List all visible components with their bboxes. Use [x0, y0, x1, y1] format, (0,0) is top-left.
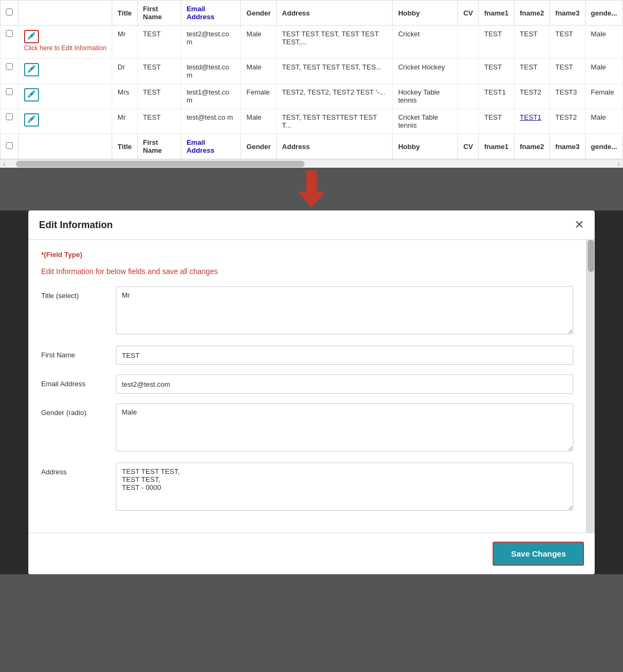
- table-cell: TEST: [550, 59, 586, 84]
- table-cell: TEST3: [550, 84, 586, 109]
- table-cell: TEST: [137, 59, 181, 84]
- firstname-field[interactable]: [116, 346, 573, 365]
- table-cell: Male: [241, 59, 277, 84]
- edit-information-modal: Edit Information ✕ *(Field Type) Edit In…: [28, 210, 595, 574]
- cell-link[interactable]: TEST1: [520, 113, 541, 121]
- table-header-row: Title First Name EmailAddress Gender Add…: [1, 1, 623, 26]
- footer-hobby: Hobby: [393, 134, 458, 159]
- table-cell: TEST, TEST TESTTEST TEST T...: [276, 109, 392, 134]
- modal-footer: Save Changes: [28, 533, 595, 574]
- edit-row-button[interactable]: [24, 113, 39, 127]
- form-row-address-field: AddressTEST TEST TEST, TEST TEST, TEST -…: [41, 463, 573, 512]
- footer-fname3: fname3: [550, 134, 586, 159]
- footer-email: EmailAddress: [181, 134, 241, 159]
- horizontal-scrollbar[interactable]: ‹ ›: [0, 159, 623, 168]
- table-cell: Cricket Table tennis: [393, 109, 458, 134]
- table-cell: test2@test.co m: [181, 26, 241, 59]
- table-cell: Mr: [112, 26, 138, 59]
- table-cell: testd@test.co m: [181, 59, 241, 84]
- form-label-title-field: Title (select): [41, 286, 116, 300]
- table-cell: TEST: [137, 109, 181, 134]
- table-cell: TEST: [479, 59, 515, 84]
- header-edit-col: [19, 1, 112, 26]
- footer-fname2: fname2: [514, 134, 550, 159]
- scroll-right-arrow[interactable]: ›: [614, 160, 623, 168]
- select-all-checkbox[interactable]: [6, 9, 13, 15]
- row-checkbox[interactable]: [6, 113, 13, 120]
- table-cell: Male: [241, 109, 277, 134]
- footer-firstname: First Name: [137, 134, 181, 159]
- header-title: Title: [112, 1, 138, 26]
- header-fname2: fname2: [514, 1, 550, 26]
- table-cell: Male: [585, 59, 622, 84]
- down-arrow-icon: [295, 170, 328, 208]
- table-footer-row: Title First Name EmailAddress Gender Add…: [1, 134, 623, 159]
- modal-main-content: *(Field Type) Edit Information for below…: [28, 240, 586, 533]
- scrollbar-thumb[interactable]: [16, 161, 305, 167]
- table-cell: TEST, TEST TEST TEST, TES...: [276, 59, 392, 84]
- title-field[interactable]: Mr: [116, 286, 573, 334]
- table-cell: Mrs: [112, 84, 138, 109]
- address-field[interactable]: TEST TEST TEST, TEST TEST, TEST - 0000: [116, 463, 573, 511]
- footer-title: Title: [112, 134, 138, 159]
- row-checkbox[interactable]: [6, 88, 13, 95]
- edit-row-button[interactable]: [24, 88, 39, 101]
- footer-gender: Gender: [241, 134, 277, 159]
- table-cell: Female: [241, 84, 277, 109]
- modal-title: Edit Information: [39, 220, 113, 231]
- form-label-address-field: Address: [41, 463, 116, 476]
- table-cell: TEST2, TEST2, TEST2 TEST '-...: [276, 84, 392, 109]
- form-label-gender-field: Gender (radio): [41, 403, 116, 417]
- row-checkbox[interactable]: [6, 30, 13, 37]
- table-cell: TEST: [137, 84, 181, 109]
- table-cell: TEST: [514, 26, 550, 59]
- table-cell: TEST1: [479, 84, 515, 109]
- modal-scrollbar[interactable]: [586, 240, 595, 533]
- table-row: Click here to Edit InformationMrTESTtest…: [1, 26, 623, 59]
- table-cell: TEST: [137, 26, 181, 59]
- table-cell: [458, 84, 479, 109]
- footer-select-all-checkbox[interactable]: [6, 142, 13, 149]
- edit-row-button[interactable]: [24, 63, 39, 76]
- click-hint-text: Click here to Edit Information: [24, 43, 106, 54]
- save-changes-button[interactable]: Save Changes: [493, 542, 584, 566]
- header-hobby: Hobby: [393, 1, 458, 26]
- field-type-label: *(Field Type): [41, 251, 573, 259]
- arrow-section: [0, 168, 623, 210]
- row-checkbox[interactable]: [6, 63, 13, 70]
- footer-cv: CV: [458, 134, 479, 159]
- footer-fname1: fname1: [479, 134, 515, 159]
- header-checkbox-col: [1, 1, 19, 26]
- email-field[interactable]: [116, 374, 573, 394]
- table-cell: TEST1: [514, 109, 550, 134]
- form-row-firstname-field: First Name: [41, 346, 573, 365]
- header-firstname: First Name: [137, 1, 181, 26]
- table-cell: Male: [241, 26, 277, 59]
- table-cell: TEST: [514, 59, 550, 84]
- table-row: MrsTESTtest1@test.co mFemaleTEST2, TEST2…: [1, 84, 623, 109]
- table-cell: Cricket Hockey: [393, 59, 458, 84]
- form-label-firstname-field: First Name: [41, 346, 116, 359]
- modal-info-text: Edit Information for below fields and sa…: [41, 267, 573, 276]
- table-cell: [458, 59, 479, 84]
- form-label-email-field: Email Address: [41, 374, 116, 388]
- modal-header: Edit Information ✕: [28, 210, 595, 240]
- header-gender2: gende...: [585, 1, 622, 26]
- header-address: Address: [276, 1, 392, 26]
- table-cell: Male: [585, 109, 622, 134]
- modal-close-button[interactable]: ✕: [574, 219, 584, 231]
- modal-body: *(Field Type) Edit Information for below…: [28, 240, 595, 533]
- header-email: EmailAddress: [181, 1, 241, 26]
- modal-overlay: Edit Information ✕ *(Field Type) Edit In…: [0, 210, 623, 574]
- table-cell: Female: [585, 84, 622, 109]
- scroll-left-arrow[interactable]: ‹: [0, 160, 9, 168]
- table-cell: Male: [585, 26, 622, 59]
- footer-edit-col: [19, 134, 112, 159]
- table-cell: TEST2: [550, 109, 586, 134]
- gender-field[interactable]: Male: [116, 403, 573, 451]
- table-cell: TEST: [550, 26, 586, 59]
- table-row: MrTESTtest@test.co mMaleTEST, TEST TESTT…: [1, 109, 623, 134]
- edit-row-button[interactable]: [24, 30, 39, 43]
- table-cell: [458, 26, 479, 59]
- form-row-gender-field: Gender (radio)Male: [41, 403, 573, 453]
